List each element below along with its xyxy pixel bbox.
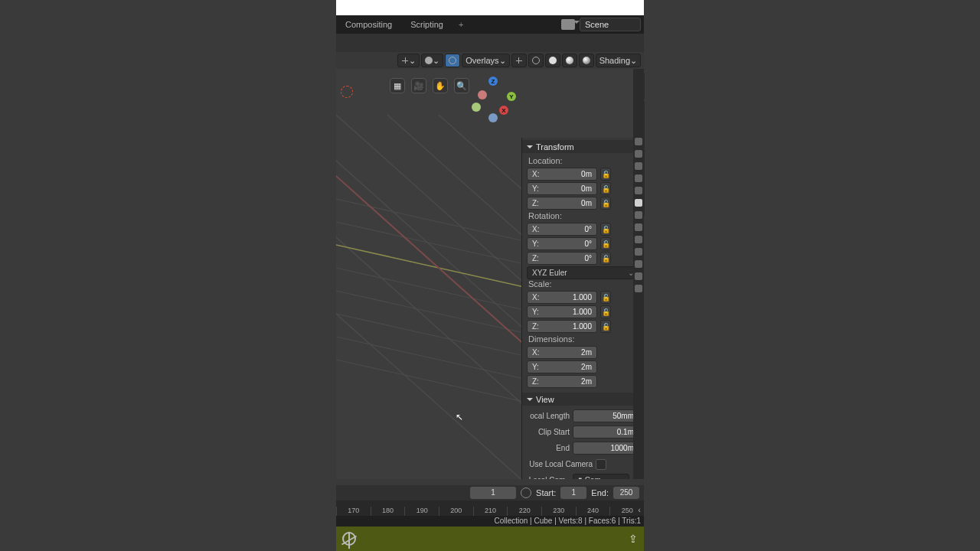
add-workspace-button[interactable]: + xyxy=(452,20,469,29)
scale-z-lock[interactable]: 🔓 xyxy=(600,320,611,333)
view-section-header[interactable]: View ⠿ xyxy=(522,393,644,406)
rotation-x-field[interactable]: X:0° xyxy=(527,223,597,236)
shading-material[interactable] xyxy=(562,54,577,67)
rotation-z-field[interactable]: Z:0° xyxy=(527,252,597,265)
viewport-camera-button[interactable]: 🎥 xyxy=(411,78,426,93)
gizmo-neg-x[interactable] xyxy=(478,90,487,99)
location-x-field[interactable]: X:0m xyxy=(527,168,597,181)
properties-tab-rail xyxy=(633,69,644,479)
obs-icon[interactable] xyxy=(342,532,356,546)
dim-y-field[interactable]: Y:2m xyxy=(527,360,597,373)
shading-rendered[interactable] xyxy=(579,54,594,67)
autokey-toggle[interactable] xyxy=(521,487,531,498)
scale-label: Scale: xyxy=(527,279,639,291)
prop-tab-data[interactable] xyxy=(635,260,642,268)
local-camera-label: Local Cam.. xyxy=(527,476,570,479)
prop-tab-material[interactable] xyxy=(635,272,642,280)
end-frame-field[interactable]: 250 xyxy=(613,487,639,499)
tab-scripting[interactable]: Scripting xyxy=(401,20,452,29)
clip-end-label: End xyxy=(527,444,570,452)
timeline-scroll-right[interactable]: ‹ xyxy=(638,505,641,514)
scene-browse-button[interactable] xyxy=(561,19,575,30)
scale-x-field[interactable]: X:1.000 xyxy=(527,291,597,304)
viewport-selectability-button[interactable]: ▦ xyxy=(390,78,405,93)
gizmo-neg-z[interactable] xyxy=(488,113,498,122)
prop-tab-particles[interactable] xyxy=(635,223,642,231)
overlays-toggle-active[interactable] xyxy=(445,54,460,67)
location-y-lock[interactable]: 🔓 xyxy=(600,182,611,195)
prop-tab-render[interactable] xyxy=(635,138,642,145)
clip-start-field[interactable]: 0.1m xyxy=(573,425,639,439)
location-z-field[interactable]: Z:0m xyxy=(527,197,597,210)
navigation-gizmo[interactable]: Z Y X xyxy=(470,77,516,122)
top-white-strip xyxy=(336,0,644,15)
viewport-header: ⌄ ⌄ Overlays ⌄ Shading ⌄ xyxy=(336,52,644,69)
focal-length-label: ocal Length xyxy=(527,412,570,420)
clip-start-label: Clip Start xyxy=(527,428,570,436)
rotation-x-lock[interactable]: 🔓 xyxy=(600,223,611,236)
location-z-lock[interactable]: 🔓 xyxy=(600,197,611,210)
transform-section-header[interactable]: Transform ⠿ xyxy=(522,140,644,153)
local-camera-dropdown[interactable]: ▮ Cam xyxy=(573,474,629,479)
rotation-y-lock[interactable]: 🔓 xyxy=(600,237,611,250)
location-label: Location: xyxy=(527,156,639,168)
dim-z-field[interactable]: Z:2m xyxy=(527,375,597,388)
scale-y-lock[interactable]: 🔓 xyxy=(600,305,611,318)
shading-solid[interactable] xyxy=(545,54,560,67)
prop-tab-output[interactable] xyxy=(635,150,642,158)
gizmo-toggle-button[interactable]: ⌄ xyxy=(421,54,443,67)
prop-tab-texture[interactable] xyxy=(635,285,642,292)
location-y-field[interactable]: Y:0m xyxy=(527,182,597,195)
dim-x-field[interactable]: X:2m xyxy=(527,346,597,359)
prop-tab-modifiers[interactable] xyxy=(635,211,642,219)
status-bar: Collection | Cube | Verts:8 | Faces:6 | … xyxy=(336,516,644,527)
3d-viewport[interactable]: ▦ 🎥 ✋ 🔍 Z Y X ↖ Transform ⠿ Location: X:… xyxy=(336,69,644,479)
current-frame-field[interactable]: 1 xyxy=(470,487,516,499)
gizmo-neg-y[interactable] xyxy=(472,103,481,112)
timeline-ruler[interactable]: 170180 190200 210220 230240 250 xyxy=(336,500,644,516)
prop-tab-constraints[interactable] xyxy=(635,248,642,256)
transform-title: Transform xyxy=(536,142,574,152)
tab-compositing[interactable]: Compositing xyxy=(336,20,401,29)
mouse-cursor-icon: ↖ xyxy=(456,412,463,422)
overlays-dropdown[interactable]: Overlays ⌄ xyxy=(462,54,509,67)
prop-tab-scene[interactable] xyxy=(635,174,642,182)
prop-tab-object[interactable] xyxy=(635,199,642,207)
rotation-y-field[interactable]: Y:0° xyxy=(527,237,597,250)
rotation-label: Rotation: xyxy=(527,211,639,223)
start-frame-field[interactable]: 1 xyxy=(560,487,586,499)
viewport-pan-button[interactable]: ✋ xyxy=(433,78,448,93)
gizmo-y-axis[interactable]: Y xyxy=(507,92,516,101)
taskbar-user-icon[interactable]: ⇪ xyxy=(629,533,638,545)
workspace-header: Compositing Scripting + Scene xyxy=(336,15,644,34)
gizmo-z-axis[interactable]: Z xyxy=(488,77,498,86)
gizmo-x-axis[interactable]: X xyxy=(499,106,508,115)
editor-type-button[interactable]: ⌄ xyxy=(397,54,420,67)
use-local-camera-label: Use Local Camera xyxy=(527,460,593,468)
3d-cursor-icon xyxy=(341,86,353,98)
start-frame-label: Start: xyxy=(536,488,556,497)
prop-tab-viewlayer[interactable] xyxy=(635,162,642,170)
n-panel: Transform ⠿ Location: X:0m🔓 Y:0m🔓 Z:0m🔓 … xyxy=(521,138,644,479)
shading-label: Shading xyxy=(599,56,630,65)
scale-y-field[interactable]: Y:1.000 xyxy=(527,305,597,318)
prop-tab-physics[interactable] xyxy=(635,236,642,243)
secondary-header-strip xyxy=(336,34,644,52)
end-frame-label: End: xyxy=(591,488,609,497)
scale-z-field[interactable]: Z:1.000 xyxy=(527,320,597,333)
rotation-mode-dropdown[interactable]: XYZ Euler xyxy=(527,266,639,279)
prop-tab-world[interactable] xyxy=(635,187,642,194)
shading-wireframe[interactable] xyxy=(528,54,544,67)
viewport-zoom-button[interactable]: 🔍 xyxy=(454,78,469,93)
view-title: View xyxy=(536,395,554,404)
scene-name-field[interactable]: Scene xyxy=(580,18,641,31)
xray-toggle[interactable] xyxy=(511,54,527,67)
focal-length-field[interactable]: 50mm xyxy=(573,409,639,422)
timeline-header: 1 Start: 1 End: 250 xyxy=(336,485,644,500)
clip-end-field[interactable]: 1000m xyxy=(573,442,639,455)
shading-dropdown[interactable]: Shading ⌄ xyxy=(596,54,641,67)
use-local-camera-checkbox[interactable] xyxy=(596,459,606,470)
location-x-lock[interactable]: 🔓 xyxy=(600,168,611,181)
scale-x-lock[interactable]: 🔓 xyxy=(600,291,611,304)
rotation-z-lock[interactable]: 🔓 xyxy=(600,252,611,265)
